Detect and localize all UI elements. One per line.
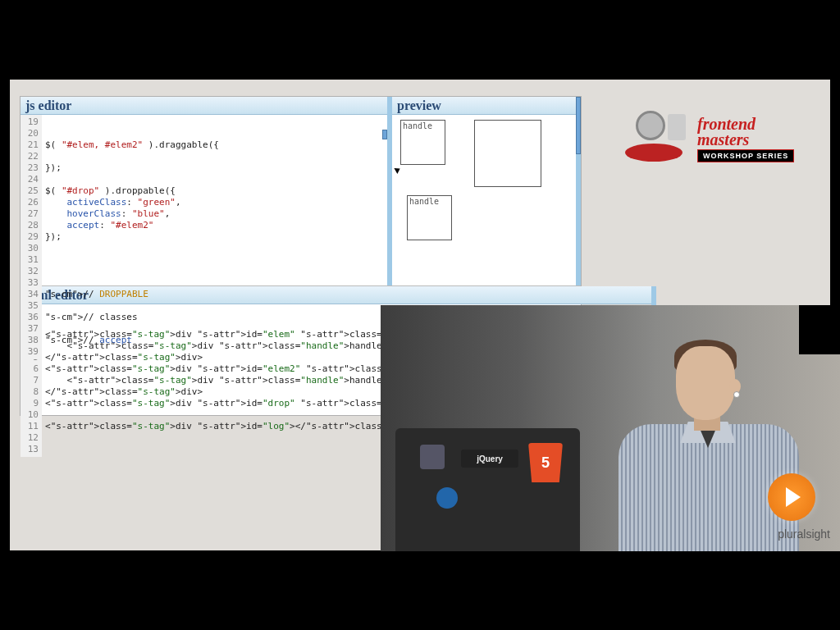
octocat-sticker-icon <box>420 445 445 469</box>
droppable-target[interactable] <box>474 120 541 187</box>
js-code-area[interactable]: 1920212223242526272829303132333435363738… <box>21 115 387 359</box>
slide-content: js editor 192021222324252627282930313233… <box>10 80 830 550</box>
preview-panel: preview handle handle <box>392 97 581 285</box>
draggable-elem1[interactable]: handle <box>400 120 445 165</box>
js-editor-title: js editor <box>21 97 387 115</box>
logo-graphic-icon <box>621 111 691 168</box>
scrollbar-handle[interactable] <box>576 97 581 154</box>
laptop-icon: 5 <box>395 428 580 551</box>
pluralsight-brand: pluralsight <box>778 527 830 541</box>
handle-label[interactable]: handle <box>409 197 439 206</box>
frontend-masters-logo: frontend masters WORKSHOP SERIES <box>621 104 797 174</box>
presenter-video: 5 <box>381 305 840 551</box>
jquery-sticker-icon <box>461 450 518 468</box>
js-code-text[interactable]: $( "#elem, #elem2" ).draggable({ }); $( … <box>42 115 387 359</box>
logo-line3: WORKSHOP SERIES <box>697 149 794 162</box>
js-editor-panel: js editor 192021222324252627282930313233… <box>21 97 392 285</box>
logo-text: frontend masters WORKSHOP SERIES <box>697 116 794 162</box>
top-row: js editor 192021222324252627282930313233… <box>21 97 581 285</box>
cursor-icon <box>394 166 401 174</box>
play-button[interactable] <box>768 473 815 521</box>
logo-line1: frontend <box>697 116 756 131</box>
handle-label[interactable]: handle <box>403 121 432 130</box>
html5-sticker-icon: 5 <box>528 443 563 482</box>
preview-title: preview <box>392 97 576 115</box>
letterbox-bottom <box>0 550 840 630</box>
js-line-gutter: 1920212223242526272829303132333435363738… <box>21 115 42 359</box>
logo-line2: masters <box>697 131 749 148</box>
preview-area[interactable]: handle handle <box>392 115 576 285</box>
scrollbar-handle[interactable] <box>382 130 387 139</box>
draggable-elem2[interactable]: handle <box>407 195 452 240</box>
bluetooth-sticker-icon <box>436 487 458 509</box>
letterbox-top <box>0 0 840 80</box>
